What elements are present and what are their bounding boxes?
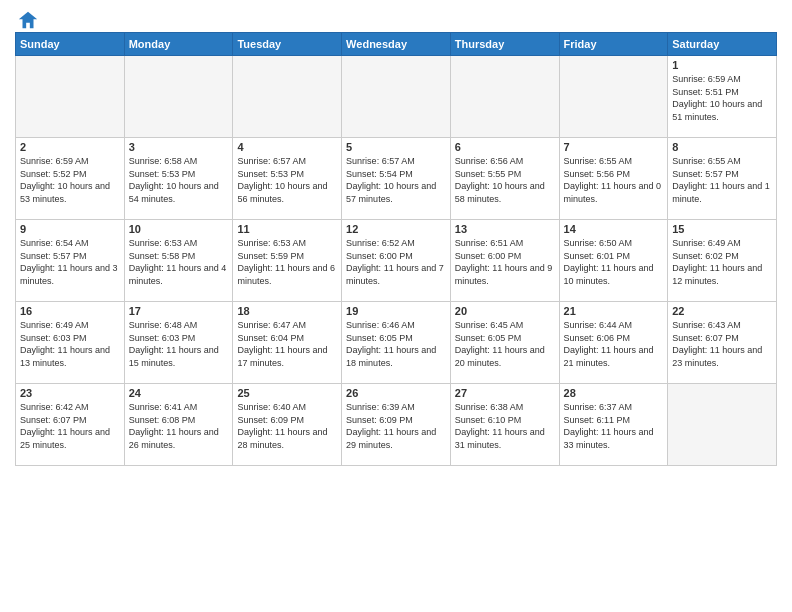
calendar-cell: 24 Sunrise: 6:41 AMSunset: 6:08 PMDaylig… — [124, 384, 233, 466]
day-number: 4 — [237, 141, 337, 153]
day-number: 14 — [564, 223, 664, 235]
calendar-cell: 22 Sunrise: 6:43 AMSunset: 6:07 PMDaylig… — [668, 302, 777, 384]
weekday-header-wednesday: Wednesday — [342, 33, 451, 56]
day-info: Sunrise: 6:52 AMSunset: 6:00 PMDaylight:… — [346, 237, 446, 287]
weekday-header-sunday: Sunday — [16, 33, 125, 56]
day-number: 27 — [455, 387, 555, 399]
day-number: 25 — [237, 387, 337, 399]
calendar-cell — [124, 56, 233, 138]
week-row-4: 16 Sunrise: 6:49 AMSunset: 6:03 PMDaylig… — [16, 302, 777, 384]
calendar-cell — [668, 384, 777, 466]
day-info: Sunrise: 6:49 AMSunset: 6:03 PMDaylight:… — [20, 319, 120, 369]
day-info: Sunrise: 6:50 AMSunset: 6:01 PMDaylight:… — [564, 237, 664, 287]
day-info: Sunrise: 6:57 AMSunset: 5:53 PMDaylight:… — [237, 155, 337, 205]
day-number: 7 — [564, 141, 664, 153]
calendar-cell: 16 Sunrise: 6:49 AMSunset: 6:03 PMDaylig… — [16, 302, 125, 384]
week-row-3: 9 Sunrise: 6:54 AMSunset: 5:57 PMDayligh… — [16, 220, 777, 302]
day-info: Sunrise: 6:53 AMSunset: 5:58 PMDaylight:… — [129, 237, 229, 287]
day-info: Sunrise: 6:37 AMSunset: 6:11 PMDaylight:… — [564, 401, 664, 451]
calendar-cell: 23 Sunrise: 6:42 AMSunset: 6:07 PMDaylig… — [16, 384, 125, 466]
week-row-1: 1 Sunrise: 6:59 AMSunset: 5:51 PMDayligh… — [16, 56, 777, 138]
weekday-header-monday: Monday — [124, 33, 233, 56]
day-number: 3 — [129, 141, 229, 153]
calendar-cell — [233, 56, 342, 138]
calendar-cell: 8 Sunrise: 6:55 AMSunset: 5:57 PMDayligh… — [668, 138, 777, 220]
day-info: Sunrise: 6:59 AMSunset: 5:51 PMDaylight:… — [672, 73, 772, 123]
weekday-header-friday: Friday — [559, 33, 668, 56]
day-info: Sunrise: 6:45 AMSunset: 6:05 PMDaylight:… — [455, 319, 555, 369]
calendar-cell: 18 Sunrise: 6:47 AMSunset: 6:04 PMDaylig… — [233, 302, 342, 384]
day-number: 28 — [564, 387, 664, 399]
calendar-cell: 2 Sunrise: 6:59 AMSunset: 5:52 PMDayligh… — [16, 138, 125, 220]
day-number: 5 — [346, 141, 446, 153]
calendar-cell — [16, 56, 125, 138]
day-info: Sunrise: 6:55 AMSunset: 5:56 PMDaylight:… — [564, 155, 664, 205]
calendar-cell: 12 Sunrise: 6:52 AMSunset: 6:00 PMDaylig… — [342, 220, 451, 302]
calendar-cell: 26 Sunrise: 6:39 AMSunset: 6:09 PMDaylig… — [342, 384, 451, 466]
day-number: 15 — [672, 223, 772, 235]
calendar-cell: 14 Sunrise: 6:50 AMSunset: 6:01 PMDaylig… — [559, 220, 668, 302]
calendar-cell — [559, 56, 668, 138]
day-number: 24 — [129, 387, 229, 399]
day-number: 19 — [346, 305, 446, 317]
calendar-cell: 20 Sunrise: 6:45 AMSunset: 6:05 PMDaylig… — [450, 302, 559, 384]
logo — [15, 10, 39, 28]
logo-icon — [17, 10, 39, 32]
day-info: Sunrise: 6:49 AMSunset: 6:02 PMDaylight:… — [672, 237, 772, 287]
day-number: 10 — [129, 223, 229, 235]
day-number: 11 — [237, 223, 337, 235]
day-number: 6 — [455, 141, 555, 153]
weekday-header-row: SundayMondayTuesdayWednesdayThursdayFrid… — [16, 33, 777, 56]
header — [15, 10, 777, 28]
day-number: 8 — [672, 141, 772, 153]
calendar-cell: 6 Sunrise: 6:56 AMSunset: 5:55 PMDayligh… — [450, 138, 559, 220]
day-number: 12 — [346, 223, 446, 235]
day-number: 17 — [129, 305, 229, 317]
day-number: 16 — [20, 305, 120, 317]
week-row-5: 23 Sunrise: 6:42 AMSunset: 6:07 PMDaylig… — [16, 384, 777, 466]
day-info: Sunrise: 6:57 AMSunset: 5:54 PMDaylight:… — [346, 155, 446, 205]
day-info: Sunrise: 6:53 AMSunset: 5:59 PMDaylight:… — [237, 237, 337, 287]
weekday-header-tuesday: Tuesday — [233, 33, 342, 56]
calendar-cell: 3 Sunrise: 6:58 AMSunset: 5:53 PMDayligh… — [124, 138, 233, 220]
day-info: Sunrise: 6:47 AMSunset: 6:04 PMDaylight:… — [237, 319, 337, 369]
day-number: 2 — [20, 141, 120, 153]
calendar-cell: 4 Sunrise: 6:57 AMSunset: 5:53 PMDayligh… — [233, 138, 342, 220]
day-number: 9 — [20, 223, 120, 235]
day-info: Sunrise: 6:58 AMSunset: 5:53 PMDaylight:… — [129, 155, 229, 205]
calendar-cell: 27 Sunrise: 6:38 AMSunset: 6:10 PMDaylig… — [450, 384, 559, 466]
calendar-cell: 9 Sunrise: 6:54 AMSunset: 5:57 PMDayligh… — [16, 220, 125, 302]
day-number: 22 — [672, 305, 772, 317]
calendar-cell: 17 Sunrise: 6:48 AMSunset: 6:03 PMDaylig… — [124, 302, 233, 384]
calendar-cell: 10 Sunrise: 6:53 AMSunset: 5:58 PMDaylig… — [124, 220, 233, 302]
calendar-cell: 21 Sunrise: 6:44 AMSunset: 6:06 PMDaylig… — [559, 302, 668, 384]
calendar-cell: 28 Sunrise: 6:37 AMSunset: 6:11 PMDaylig… — [559, 384, 668, 466]
day-info: Sunrise: 6:55 AMSunset: 5:57 PMDaylight:… — [672, 155, 772, 205]
day-number: 20 — [455, 305, 555, 317]
day-info: Sunrise: 6:46 AMSunset: 6:05 PMDaylight:… — [346, 319, 446, 369]
calendar-cell — [342, 56, 451, 138]
day-info: Sunrise: 6:48 AMSunset: 6:03 PMDaylight:… — [129, 319, 229, 369]
weekday-header-thursday: Thursday — [450, 33, 559, 56]
calendar-cell: 15 Sunrise: 6:49 AMSunset: 6:02 PMDaylig… — [668, 220, 777, 302]
calendar-cell: 7 Sunrise: 6:55 AMSunset: 5:56 PMDayligh… — [559, 138, 668, 220]
day-number: 21 — [564, 305, 664, 317]
day-number: 18 — [237, 305, 337, 317]
day-info: Sunrise: 6:38 AMSunset: 6:10 PMDaylight:… — [455, 401, 555, 451]
day-number: 26 — [346, 387, 446, 399]
calendar-cell — [450, 56, 559, 138]
main-container: SundayMondayTuesdayWednesdayThursdayFrid… — [0, 0, 792, 471]
day-number: 1 — [672, 59, 772, 71]
day-info: Sunrise: 6:40 AMSunset: 6:09 PMDaylight:… — [237, 401, 337, 451]
day-info: Sunrise: 6:51 AMSunset: 6:00 PMDaylight:… — [455, 237, 555, 287]
calendar-cell: 5 Sunrise: 6:57 AMSunset: 5:54 PMDayligh… — [342, 138, 451, 220]
weekday-header-saturday: Saturday — [668, 33, 777, 56]
day-number: 13 — [455, 223, 555, 235]
day-info: Sunrise: 6:42 AMSunset: 6:07 PMDaylight:… — [20, 401, 120, 451]
calendar-cell: 25 Sunrise: 6:40 AMSunset: 6:09 PMDaylig… — [233, 384, 342, 466]
calendar-cell: 11 Sunrise: 6:53 AMSunset: 5:59 PMDaylig… — [233, 220, 342, 302]
day-info: Sunrise: 6:41 AMSunset: 6:08 PMDaylight:… — [129, 401, 229, 451]
day-info: Sunrise: 6:56 AMSunset: 5:55 PMDaylight:… — [455, 155, 555, 205]
day-info: Sunrise: 6:59 AMSunset: 5:52 PMDaylight:… — [20, 155, 120, 205]
week-row-2: 2 Sunrise: 6:59 AMSunset: 5:52 PMDayligh… — [16, 138, 777, 220]
